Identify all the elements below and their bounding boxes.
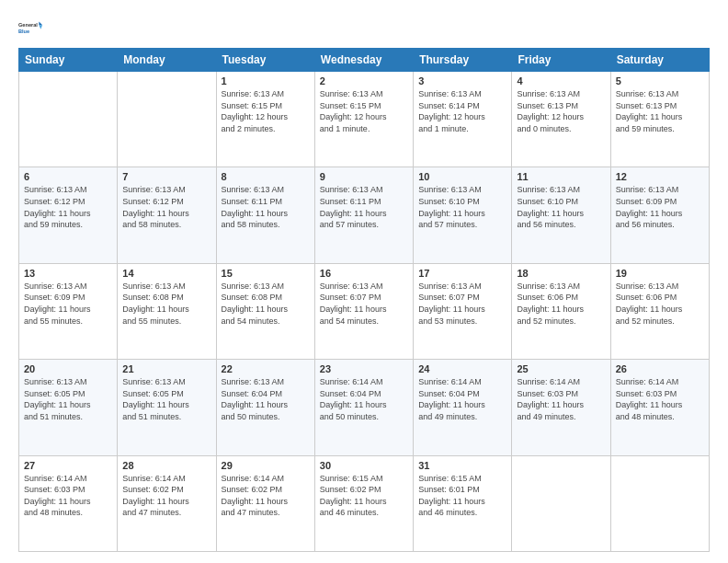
day-number: 1: [222, 75, 310, 86]
logo-icon: GeneralBlue: [18, 15, 44, 40]
day-header-monday: Monday: [118, 49, 216, 72]
day-number: 2: [320, 75, 408, 86]
calendar-cell: 8Sunrise: 6:13 AM Sunset: 6:11 PM Daylig…: [216, 167, 314, 263]
calendar-cell: 10Sunrise: 6:13 AM Sunset: 6:10 PM Dayli…: [414, 167, 512, 263]
calendar-cell: 9Sunrise: 6:13 AM Sunset: 6:11 PM Daylig…: [314, 167, 413, 263]
calendar-cell: 18Sunrise: 6:13 AM Sunset: 6:06 PM Dayli…: [512, 263, 610, 359]
day-info: Sunrise: 6:13 AM Sunset: 6:05 PM Dayligh…: [24, 376, 112, 422]
day-header-sunday: Sunday: [19, 49, 118, 72]
calendar-cell: 22Sunrise: 6:13 AM Sunset: 6:04 PM Dayli…: [216, 360, 314, 455]
day-info: Sunrise: 6:13 AM Sunset: 6:13 PM Dayligh…: [517, 88, 605, 134]
logo: GeneralBlue: [18, 15, 44, 40]
day-info: Sunrise: 6:13 AM Sunset: 6:07 PM Dayligh…: [320, 281, 408, 327]
calendar-cell: 6Sunrise: 6:13 AM Sunset: 6:12 PM Daylig…: [19, 167, 118, 263]
calendar-cell: [610, 455, 709, 551]
day-number: 26: [616, 363, 704, 374]
day-info: Sunrise: 6:13 AM Sunset: 6:15 PM Dayligh…: [222, 88, 310, 134]
calendar-cell: 31Sunrise: 6:15 AM Sunset: 6:01 PM Dayli…: [414, 455, 512, 551]
day-info: Sunrise: 6:15 AM Sunset: 6:02 PM Dayligh…: [320, 473, 408, 519]
day-number: 12: [616, 171, 704, 182]
day-info: Sunrise: 6:13 AM Sunset: 6:10 PM Dayligh…: [418, 184, 506, 230]
day-info: Sunrise: 6:13 AM Sunset: 6:13 PM Dayligh…: [616, 88, 704, 134]
calendar-cell: 27Sunrise: 6:14 AM Sunset: 6:03 PM Dayli…: [19, 455, 118, 551]
calendar-cell: 13Sunrise: 6:13 AM Sunset: 6:09 PM Dayli…: [19, 263, 118, 359]
calendar-cell: 12Sunrise: 6:13 AM Sunset: 6:09 PM Dayli…: [610, 167, 709, 263]
day-number: 15: [222, 268, 310, 279]
day-info: Sunrise: 6:13 AM Sunset: 6:11 PM Dayligh…: [320, 184, 408, 230]
day-number: 30: [320, 460, 408, 471]
svg-marker-3: [39, 25, 42, 29]
day-info: Sunrise: 6:13 AM Sunset: 6:09 PM Dayligh…: [616, 184, 704, 230]
day-info: Sunrise: 6:13 AM Sunset: 6:06 PM Dayligh…: [517, 281, 605, 327]
days-header-row: SundayMondayTuesdayWednesdayThursdayFrid…: [19, 49, 710, 72]
day-header-saturday: Saturday: [610, 49, 709, 72]
calendar-cell: 23Sunrise: 6:14 AM Sunset: 6:04 PM Dayli…: [314, 360, 413, 455]
day-info: Sunrise: 6:13 AM Sunset: 6:09 PM Dayligh…: [24, 281, 112, 327]
day-number: 16: [320, 268, 408, 279]
day-header-friday: Friday: [512, 49, 610, 72]
header: GeneralBlue: [18, 15, 710, 40]
day-number: 22: [222, 363, 310, 374]
day-number: 8: [222, 171, 310, 182]
calendar-cell: 19Sunrise: 6:13 AM Sunset: 6:06 PM Dayli…: [610, 263, 709, 359]
calendar-cell: 21Sunrise: 6:13 AM Sunset: 6:05 PM Dayli…: [118, 360, 216, 455]
calendar-cell: 25Sunrise: 6:14 AM Sunset: 6:03 PM Dayli…: [512, 360, 610, 455]
day-info: Sunrise: 6:15 AM Sunset: 6:01 PM Dayligh…: [418, 473, 506, 519]
day-info: Sunrise: 6:13 AM Sunset: 6:15 PM Dayligh…: [320, 88, 408, 134]
day-number: 21: [122, 363, 210, 374]
calendar-cell: 26Sunrise: 6:14 AM Sunset: 6:03 PM Dayli…: [610, 360, 709, 455]
day-info: Sunrise: 6:13 AM Sunset: 6:06 PM Dayligh…: [616, 281, 704, 327]
day-number: 28: [122, 460, 210, 471]
day-number: 4: [517, 75, 605, 86]
day-number: 7: [122, 171, 210, 182]
calendar-cell: [512, 455, 610, 551]
day-number: 27: [24, 460, 112, 471]
day-number: 3: [418, 75, 506, 86]
day-number: 24: [418, 363, 506, 374]
day-number: 5: [616, 75, 704, 86]
calendar-cell: 20Sunrise: 6:13 AM Sunset: 6:05 PM Dayli…: [19, 360, 118, 455]
week-row-3: 13Sunrise: 6:13 AM Sunset: 6:09 PM Dayli…: [19, 263, 710, 359]
day-header-tuesday: Tuesday: [216, 49, 314, 72]
day-info: Sunrise: 6:14 AM Sunset: 6:03 PM Dayligh…: [24, 473, 112, 519]
day-number: 29: [222, 460, 310, 471]
svg-text:General: General: [18, 22, 38, 28]
calendar-cell: 5Sunrise: 6:13 AM Sunset: 6:13 PM Daylig…: [610, 72, 709, 167]
calendar-cell: 7Sunrise: 6:13 AM Sunset: 6:12 PM Daylig…: [118, 167, 216, 263]
day-number: 20: [24, 363, 112, 374]
week-row-5: 27Sunrise: 6:14 AM Sunset: 6:03 PM Dayli…: [19, 455, 710, 551]
day-number: 6: [24, 171, 112, 182]
day-info: Sunrise: 6:13 AM Sunset: 6:08 PM Dayligh…: [122, 281, 210, 327]
day-number: 9: [320, 171, 408, 182]
calendar-cell: 3Sunrise: 6:13 AM Sunset: 6:14 PM Daylig…: [414, 72, 512, 167]
day-number: 18: [517, 268, 605, 279]
calendar-page: GeneralBlue SundayMondayTuesdayWednesday…: [0, 0, 728, 563]
day-number: 11: [517, 171, 605, 182]
svg-marker-2: [39, 21, 42, 25]
day-number: 31: [418, 460, 506, 471]
day-header-thursday: Thursday: [414, 49, 512, 72]
day-info: Sunrise: 6:13 AM Sunset: 6:05 PM Dayligh…: [122, 376, 210, 422]
week-row-1: 1Sunrise: 6:13 AM Sunset: 6:15 PM Daylig…: [19, 72, 710, 167]
calendar-cell: 16Sunrise: 6:13 AM Sunset: 6:07 PM Dayli…: [314, 263, 413, 359]
calendar-cell: 30Sunrise: 6:15 AM Sunset: 6:02 PM Dayli…: [314, 455, 413, 551]
day-info: Sunrise: 6:14 AM Sunset: 6:02 PM Dayligh…: [222, 473, 310, 519]
day-info: Sunrise: 6:13 AM Sunset: 6:12 PM Dayligh…: [24, 184, 112, 230]
calendar-cell: 4Sunrise: 6:13 AM Sunset: 6:13 PM Daylig…: [512, 72, 610, 167]
calendar-cell: 15Sunrise: 6:13 AM Sunset: 6:08 PM Dayli…: [216, 263, 314, 359]
day-header-wednesday: Wednesday: [314, 49, 413, 72]
calendar-cell: 14Sunrise: 6:13 AM Sunset: 6:08 PM Dayli…: [118, 263, 216, 359]
calendar-cell: 2Sunrise: 6:13 AM Sunset: 6:15 PM Daylig…: [314, 72, 413, 167]
calendar-table: SundayMondayTuesdayWednesdayThursdayFrid…: [18, 48, 710, 552]
day-info: Sunrise: 6:13 AM Sunset: 6:04 PM Dayligh…: [222, 376, 310, 422]
day-info: Sunrise: 6:13 AM Sunset: 6:07 PM Dayligh…: [418, 281, 506, 327]
day-info: Sunrise: 6:14 AM Sunset: 6:02 PM Dayligh…: [122, 473, 210, 519]
day-info: Sunrise: 6:14 AM Sunset: 6:04 PM Dayligh…: [418, 376, 506, 422]
calendar-cell: 29Sunrise: 6:14 AM Sunset: 6:02 PM Dayli…: [216, 455, 314, 551]
day-number: 23: [320, 363, 408, 374]
day-number: 17: [418, 268, 506, 279]
day-info: Sunrise: 6:13 AM Sunset: 6:12 PM Dayligh…: [122, 184, 210, 230]
day-info: Sunrise: 6:14 AM Sunset: 6:03 PM Dayligh…: [616, 376, 704, 422]
calendar-cell: 24Sunrise: 6:14 AM Sunset: 6:04 PM Dayli…: [414, 360, 512, 455]
day-info: Sunrise: 6:14 AM Sunset: 6:04 PM Dayligh…: [320, 376, 408, 422]
